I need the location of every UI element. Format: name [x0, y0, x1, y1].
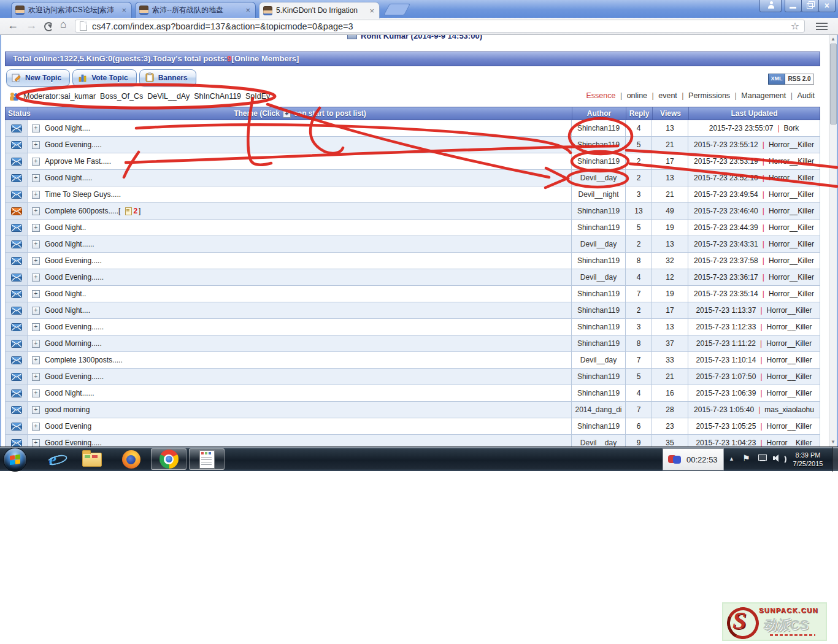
- online-members-link[interactable]: [Online Members]: [232, 54, 299, 63]
- last-poster[interactable]: Horror__Killer: [767, 422, 812, 431]
- author-cell[interactable]: Shinchan119: [572, 369, 626, 385]
- last-poster[interactable]: Horror__Killer: [769, 207, 814, 215]
- expand-icon[interactable]: +: [32, 389, 40, 397]
- last-poster[interactable]: Horror__Killer: [767, 356, 812, 364]
- author-cell[interactable]: Devil__day: [572, 435, 626, 447]
- last-poster[interactable]: Horror__Killer: [769, 140, 814, 149]
- topic-title[interactable]: Approve Me Fast.....: [45, 157, 111, 166]
- last-poster[interactable]: Horror__Killer: [767, 439, 812, 447]
- banners-button[interactable]: Banners: [139, 69, 196, 86]
- nav-link-event[interactable]: event: [656, 91, 680, 100]
- expand-icon[interactable]: +: [32, 274, 40, 282]
- last-poster[interactable]: Horror__Killer: [769, 273, 814, 282]
- last-poster[interactable]: Horror__Killer: [769, 157, 814, 166]
- new-topic-button[interactable]: New Topic: [6, 69, 70, 86]
- expand-icon[interactable]: +: [32, 439, 40, 447]
- menu-icon[interactable]: [816, 23, 828, 31]
- timer-widget[interactable]: 00:22:53: [663, 448, 724, 470]
- expand-icon[interactable]: +: [32, 257, 40, 265]
- last-poster[interactable]: Horror__Killer: [769, 223, 814, 232]
- scroll-up-icon[interactable]: ▲: [829, 36, 837, 43]
- last-poster[interactable]: Horror__Killer: [769, 190, 814, 199]
- author-cell[interactable]: Shinchan119: [572, 253, 626, 269]
- expand-icon[interactable]: +: [32, 141, 40, 149]
- vertical-scrollbar[interactable]: ▲ ▼: [829, 35, 837, 447]
- expand-icon[interactable]: +: [32, 356, 40, 364]
- scrollbar-thumb[interactable]: [830, 44, 837, 125]
- expand-icon[interactable]: +: [32, 174, 40, 182]
- nav-link-essence[interactable]: Essence: [584, 91, 618, 100]
- author-cell[interactable]: Shinchan119: [572, 286, 626, 302]
- topic-title[interactable]: Good Night....: [45, 306, 90, 315]
- action-center-flag-icon[interactable]: ⚑: [742, 453, 750, 463]
- topic-title[interactable]: Good Evening......: [45, 323, 104, 331]
- topic-title[interactable]: Good Evening.....: [45, 439, 102, 447]
- author-cell[interactable]: Devil__day: [572, 269, 626, 285]
- restore-button[interactable]: [801, 0, 818, 12]
- taskbar-item-chrome[interactable]: [151, 448, 186, 470]
- topic-title[interactable]: Complete 600posts.....[: [45, 207, 120, 215]
- forward-button[interactable]: →: [23, 19, 39, 32]
- expand-icon[interactable]: +: [32, 340, 40, 348]
- topic-title[interactable]: Time To Sleep Guys.....: [45, 190, 121, 199]
- author-cell[interactable]: Shinchan119: [572, 220, 626, 236]
- address-bar[interactable]: cs47.com/index.asp?boardid=137&action=&t…: [75, 20, 805, 33]
- author-cell[interactable]: Shinchan119: [572, 418, 626, 434]
- last-poster[interactable]: Horror__Killer: [769, 256, 814, 265]
- topic-title[interactable]: Good Night..: [45, 289, 86, 298]
- tray-expand-icon[interactable]: ▲: [729, 456, 734, 462]
- last-poster[interactable]: Bork: [784, 124, 799, 132]
- last-poster[interactable]: Horror__Killer: [767, 323, 812, 331]
- author-cell[interactable]: Shinchan119: [572, 153, 626, 169]
- topic-title[interactable]: Good Evening......: [45, 372, 104, 381]
- expand-icon[interactable]: +: [32, 406, 40, 414]
- topic-title[interactable]: Good Evening: [45, 422, 91, 431]
- author-cell[interactable]: Shinchan119: [572, 203, 626, 219]
- expand-icon[interactable]: +: [32, 191, 40, 199]
- start-button[interactable]: [3, 448, 27, 472]
- taskbar-item-notepad[interactable]: [189, 448, 225, 470]
- topic-title[interactable]: Complete 1300posts.....: [45, 356, 123, 364]
- vote-topic-button[interactable]: Vote Topic: [72, 69, 137, 86]
- nav-link-online[interactable]: online: [625, 91, 650, 100]
- xml-button[interactable]: XML: [768, 74, 785, 85]
- taskbar-item-firefox[interactable]: [119, 450, 144, 469]
- author-cell[interactable]: 2014_dang_di: [572, 402, 626, 418]
- minimize-button[interactable]: [785, 0, 802, 12]
- expand-icon[interactable]: +: [32, 423, 40, 431]
- author-cell[interactable]: Devil__night: [572, 186, 626, 202]
- expand-icon[interactable]: +: [32, 373, 40, 381]
- author-cell[interactable]: Devil__day: [572, 236, 626, 252]
- volume-icon[interactable]: [773, 453, 784, 463]
- author-cell[interactable]: Shinchan119: [572, 302, 626, 318]
- last-poster[interactable]: Horror__Killer: [769, 289, 814, 298]
- tab-close-icon[interactable]: ×: [368, 7, 375, 15]
- last-poster[interactable]: Horror__Killer: [767, 372, 812, 381]
- author-cell[interactable]: Shinchan119: [572, 335, 626, 351]
- network-icon[interactable]: [758, 454, 767, 461]
- author-cell[interactable]: Devil__day: [572, 170, 626, 186]
- expand-icon[interactable]: +: [32, 290, 40, 298]
- moderator-list[interactable]: Moderator:sai_kumar Boss_Of_Cs DeViL__dA…: [23, 92, 270, 101]
- tab-close-icon[interactable]: ×: [244, 6, 252, 14]
- back-button[interactable]: ←: [5, 19, 21, 32]
- topic-title[interactable]: Good Night......: [45, 240, 94, 248]
- nav-link-audit[interactable]: Audit: [795, 91, 818, 100]
- show-desktop-button[interactable]: [832, 447, 838, 472]
- url-text[interactable]: cs47.com/index.asp?boardid=137&action=&t…: [92, 21, 791, 31]
- expand-icon[interactable]: +: [32, 224, 40, 232]
- topic-title[interactable]: Good Evening.....: [45, 256, 102, 265]
- author-cell[interactable]: Shinchan119: [572, 319, 626, 335]
- topic-title[interactable]: good morning: [45, 405, 90, 414]
- home-button[interactable]: ⌂: [60, 18, 66, 31]
- author-cell[interactable]: Shinchan119: [572, 137, 626, 153]
- last-poster[interactable]: mas_xiaolaohu: [764, 405, 814, 414]
- scroll-down-icon[interactable]: ▼: [829, 439, 837, 446]
- topic-title[interactable]: Good Evening.....: [45, 140, 102, 149]
- last-poster[interactable]: Horror__Killer: [769, 240, 814, 248]
- tab-close-icon[interactable]: ×: [120, 6, 128, 14]
- last-poster[interactable]: Horror__Killer: [769, 174, 814, 182]
- last-poster[interactable]: Horror__Killer: [766, 339, 812, 348]
- expand-icon[interactable]: +: [32, 240, 40, 248]
- browser-tab[interactable]: 索沛--所有战队的地盘×: [135, 2, 256, 18]
